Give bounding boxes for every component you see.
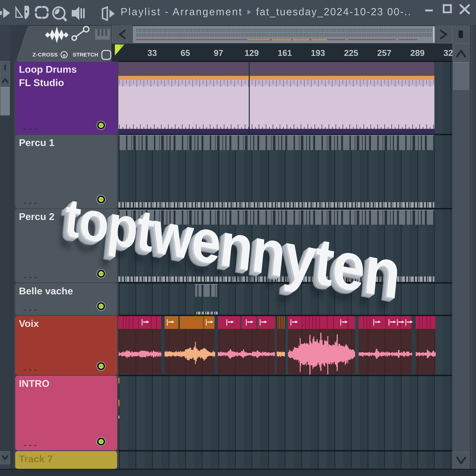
svg-text:Percu 1: Percu 1 (19, 137, 54, 148)
svg-text:STRETCH: STRETCH (73, 51, 98, 58)
svg-text:289: 289 (410, 48, 425, 58)
svg-text:Percu 2: Percu 2 (19, 211, 54, 222)
svg-text:e: e (63, 52, 66, 58)
svg-text:w: w (149, 198, 197, 272)
svg-text:257: 257 (377, 48, 391, 58)
svg-text:FL Studio: FL Studio (19, 77, 64, 88)
svg-text:Z-CROSS: Z-CROSS (33, 51, 58, 58)
svg-text:Voix: Voix (19, 318, 39, 329)
svg-text:Loop Drums: Loop Drums (19, 64, 77, 75)
svg-text:Playlist - Arrangement: Playlist - Arrangement (120, 6, 243, 17)
svg-text:fat_tuesday_2024-10-23 00-..: fat_tuesday_2024-10-23 00-.. (256, 6, 412, 17)
svg-text:INTRO: INTRO (19, 378, 50, 389)
svg-text:97: 97 (214, 48, 223, 58)
svg-text:193: 193 (311, 48, 325, 58)
svg-text:Track 7: Track 7 (19, 453, 53, 464)
svg-text:65: 65 (181, 48, 190, 58)
svg-text:225: 225 (344, 48, 358, 58)
svg-text:161: 161 (278, 48, 292, 58)
svg-text:33: 33 (147, 48, 157, 58)
svg-text:Belle vache: Belle vache (19, 286, 73, 296)
svg-text:129: 129 (244, 48, 259, 58)
svg-text:n: n (361, 230, 405, 313)
